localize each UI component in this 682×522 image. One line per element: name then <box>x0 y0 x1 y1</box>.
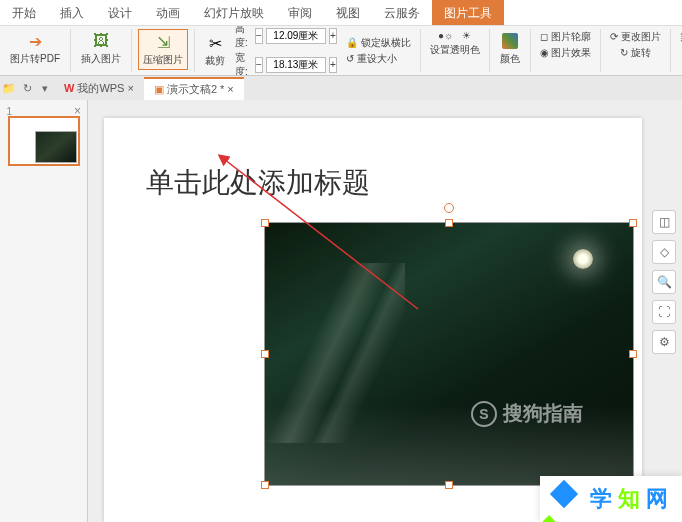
thumb-pic-preview <box>35 131 77 163</box>
transparent-color-button[interactable]: 设置透明色 <box>427 42 483 58</box>
resize-handle-tr[interactable] <box>629 219 637 227</box>
moon-glow <box>573 249 593 269</box>
slide[interactable]: 单击此处添加标题 S搜狗指南 <box>104 118 642 522</box>
rotate-button[interactable]: ↻ 旋转 <box>617 45 654 61</box>
title-placeholder[interactable]: 单击此处添加标题 <box>146 164 370 202</box>
tab-design[interactable]: 设计 <box>96 0 144 25</box>
tab-home[interactable]: 开始 <box>0 0 48 25</box>
slide-thumbnail-1[interactable]: 1 <box>8 116 80 166</box>
pdf-button[interactable]: ➔ 图片转PDF <box>6 29 64 68</box>
compress-pic-button[interactable]: ⇲ 压缩图片 <box>138 29 188 70</box>
doc-tab-wps[interactable]: W我的WPS× <box>54 78 144 99</box>
resize-handle-r[interactable] <box>629 350 637 358</box>
qat-file-button[interactable]: 📁 <box>0 79 18 97</box>
outline-button[interactable]: ◻ 图片轮廓 <box>537 29 594 45</box>
insert-pic-button[interactable]: 🖼 插入图片 <box>77 29 125 68</box>
ribbon-tabs: 开始 插入 设计 动画 幻灯片放映 审阅 视图 云服务 图片工具 <box>0 0 682 26</box>
tab-view[interactable]: 视图 <box>324 0 372 25</box>
resize-handle-t[interactable] <box>445 219 453 227</box>
width-dec[interactable]: − <box>255 57 263 73</box>
ppt-icon: ▣ <box>154 83 164 96</box>
width-input[interactable] <box>266 57 326 73</box>
sogou-watermark: S搜狗指南 <box>471 400 583 427</box>
selected-picture[interactable]: S搜狗指南 <box>264 222 634 486</box>
group-button[interactable]: ⬚ 组合 <box>677 29 682 45</box>
side-settings-button[interactable]: ⚙ <box>652 330 676 354</box>
height-dec[interactable]: − <box>255 28 263 44</box>
color-button[interactable]: 颜色 <box>496 29 524 68</box>
qat-refresh-button[interactable]: ↻ <box>18 79 36 97</box>
tab-picture-tools[interactable]: 图片工具 <box>432 0 504 25</box>
reset-size-button[interactable]: ↺ 重设大小 <box>343 51 414 67</box>
crop-button[interactable]: ✂ 裁剪 <box>201 31 229 70</box>
lock-ratio-button[interactable]: 🔒 锁定纵横比 <box>343 35 414 51</box>
crop-icon: ✂ <box>205 33 225 53</box>
width-inc[interactable]: + <box>329 57 337 73</box>
height-input[interactable] <box>266 28 326 44</box>
resize-handle-b[interactable] <box>445 481 453 489</box>
effect-button[interactable]: ◉ 图片效果 <box>537 45 595 61</box>
doc-tabs: 📁 ↻ ▾ W我的WPS× ▣演示文稿2 *× <box>0 76 682 100</box>
resize-handle-tl[interactable] <box>261 219 269 227</box>
side-ai-button[interactable]: ◇ <box>652 240 676 264</box>
close-tab-icon[interactable]: × <box>127 82 133 94</box>
qat-more-button[interactable]: ▾ <box>36 79 54 97</box>
tab-review[interactable]: 审阅 <box>276 0 324 25</box>
tab-slideshow[interactable]: 幻灯片放映 <box>192 0 276 25</box>
side-search-button[interactable]: 🔍 <box>652 270 676 294</box>
workspace: × 1 单击此处添加标题 S搜狗指南 <box>0 100 682 522</box>
tab-cloud[interactable]: 云服务 <box>372 0 432 25</box>
side-layer-button[interactable]: ◫ <box>652 210 676 234</box>
toolbar: ➔ 图片转PDF 🖼 插入图片 ⇲ 压缩图片 ✂ 裁剪 高度: − + 宽 <box>0 26 682 76</box>
canvas-area: 单击此处添加标题 S搜狗指南 ◫ ◇ <box>88 100 682 522</box>
side-tools: ◫ ◇ 🔍 ⛶ ⚙ <box>652 210 676 354</box>
height-inc[interactable]: + <box>329 28 337 44</box>
palette-icon <box>500 31 520 51</box>
picture-icon: 🖼 <box>91 31 111 51</box>
wps-logo-icon: W <box>64 82 74 94</box>
resize-handle-l[interactable] <box>261 350 269 358</box>
compress-icon: ⇲ <box>153 32 173 52</box>
width-label: 宽度: <box>235 51 252 76</box>
height-label: 高度: <box>235 26 252 50</box>
change-pic-button[interactable]: ⟳ 更改图片 <box>607 29 664 45</box>
brightness-button[interactable]: ☀ <box>459 29 474 42</box>
pdf-icon: ➔ <box>25 31 45 51</box>
tab-insert[interactable]: 插入 <box>48 0 96 25</box>
doc-tab-current[interactable]: ▣演示文稿2 *× <box>144 77 244 100</box>
thumbnail-panel: × 1 <box>0 100 88 522</box>
xuezhi-watermark: 学知网 <box>540 476 682 522</box>
contrast-button[interactable]: ●☼ <box>435 29 456 42</box>
close-tab-icon[interactable]: × <box>227 83 233 95</box>
rotate-handle[interactable] <box>444 203 454 213</box>
resize-handle-bl[interactable] <box>261 481 269 489</box>
tab-animate[interactable]: 动画 <box>144 0 192 25</box>
side-expand-button[interactable]: ⛶ <box>652 300 676 324</box>
